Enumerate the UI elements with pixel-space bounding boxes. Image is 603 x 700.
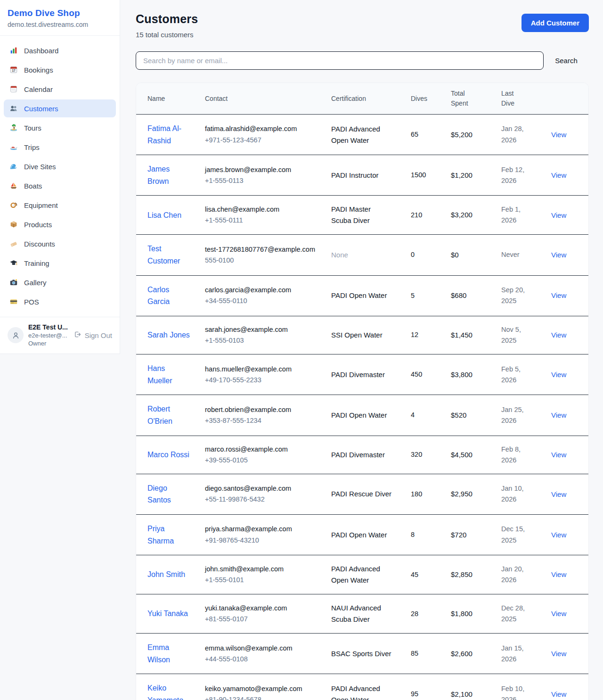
view-customer-link[interactable]: View: [551, 531, 566, 539]
sidebar-item-products[interactable]: Products: [4, 215, 116, 233]
customer-name-link[interactable]: Sarah Jones: [147, 329, 190, 341]
signout-icon: [73, 330, 81, 340]
sidebar-item-pos[interactable]: POS: [4, 293, 116, 311]
customer-total-spent: $680: [451, 275, 501, 316]
sidebar-item-calendar[interactable]: Calendar: [4, 80, 116, 98]
add-customer-button[interactable]: Add Customer: [522, 14, 589, 32]
customer-last-dive: Dec 15, 2025: [501, 515, 551, 555]
column-header-contact: Contact: [205, 83, 331, 115]
sign-out-button[interactable]: Sign Out: [73, 330, 112, 340]
view-customer-link[interactable]: View: [551, 331, 566, 339]
table-row: Test Customer test-1772681807767@example…: [136, 235, 589, 275]
customer-last-dive: Never: [501, 235, 551, 275]
view-customer-link[interactable]: View: [551, 650, 566, 658]
customer-dives: 28: [411, 594, 451, 634]
customer-phone: +44-555-0108: [205, 654, 318, 665]
view-customer-link[interactable]: View: [551, 411, 566, 419]
customer-phone: +81-555-0107: [205, 614, 318, 625]
customer-certification: SSI Open Water: [331, 316, 411, 354]
table-header-row: NameContactCertificationDivesTotal Spent…: [136, 83, 589, 115]
customer-dives: 5: [411, 275, 451, 316]
training-icon: [9, 259, 18, 267]
discounts-icon: [9, 239, 18, 248]
customer-email: robert.obrien@example.com: [205, 404, 318, 415]
table-row: Fatima Al-Rashid fatima.alrashid@example…: [136, 115, 589, 155]
customer-last-dive: Feb 12, 2026: [501, 155, 551, 196]
dive-sites-icon: [9, 162, 18, 171]
customer-email: sarah.jones@example.com: [205, 324, 318, 335]
customer-email: priya.sharma@example.com: [205, 524, 318, 535]
customer-certification: PADI Advanced Open Water: [331, 674, 411, 700]
customer-dives: 95: [411, 674, 451, 700]
sidebar-item-bookings[interactable]: 17 Bookings: [4, 61, 116, 79]
customer-certification: PADI Advanced Open Water: [331, 115, 411, 155]
customer-total-spent: $2,850: [451, 555, 501, 594]
sidebar-item-customers[interactable]: Customers: [4, 99, 116, 117]
customer-total-spent: $3,800: [451, 354, 501, 395]
customer-email: hans.mueller@example.com: [205, 364, 318, 375]
customer-total-spent: $2,100: [451, 674, 501, 700]
customer-name-link[interactable]: Test Customer: [147, 243, 191, 267]
view-customer-link[interactable]: View: [551, 131, 566, 139]
sidebar-item-label: Equipment: [24, 201, 58, 209]
sidebar-item-label: Customers: [24, 105, 58, 113]
customer-name-link[interactable]: Robert O'Brien: [147, 403, 191, 427]
customer-name-link[interactable]: Marco Rossi: [147, 449, 189, 461]
view-customer-link[interactable]: View: [551, 609, 566, 618]
user-role: Owner: [28, 340, 68, 347]
view-customer-link[interactable]: View: [551, 211, 566, 219]
sidebar-item-discounts[interactable]: Discounts: [4, 235, 116, 253]
view-customer-link[interactable]: View: [551, 251, 566, 259]
customer-phone: +1-555-0101: [205, 575, 318, 585]
view-customer-link[interactable]: View: [551, 490, 566, 498]
table-row: Lisa Chen lisa.chen@example.com +1-555-0…: [136, 196, 589, 235]
customer-name-link[interactable]: Priya Sharma: [147, 523, 191, 547]
customer-phone: +1-555-0103: [205, 335, 318, 346]
customer-name-link[interactable]: Fatima Al-Rashid: [147, 123, 191, 147]
customer-name-link[interactable]: Carlos Garcia: [147, 284, 191, 308]
customer-name-link[interactable]: Keiko Yamamoto: [147, 682, 191, 700]
customer-name-link[interactable]: Hans Mueller: [147, 362, 191, 387]
view-customer-link[interactable]: View: [551, 690, 566, 698]
search-input[interactable]: [136, 51, 544, 70]
customer-certification: PADI Divemaster: [331, 354, 411, 395]
customer-total-spent: $2,950: [451, 474, 501, 514]
sidebar-item-label: Training: [24, 259, 49, 267]
sidebar-item-training[interactable]: Training: [4, 254, 116, 272]
sidebar-item-dive-sites[interactable]: Dive Sites: [4, 157, 116, 175]
table-row: Robert O'Brien robert.obrien@example.com…: [136, 395, 589, 436]
view-customer-link[interactable]: View: [551, 570, 566, 578]
search-button[interactable]: Search: [544, 57, 589, 65]
sidebar-item-gallery[interactable]: Gallery: [4, 273, 116, 291]
sidebar-item-boats[interactable]: Boats: [4, 177, 116, 195]
user-email: e2e-tester@...: [28, 332, 68, 339]
sidebar-item-dashboard[interactable]: Dashboard: [4, 41, 116, 59]
sidebar-item-tours[interactable]: Tours: [4, 119, 116, 137]
main-content: Customers 15 total customers Add Custome…: [120, 0, 603, 700]
sidebar-nav: Dashboard 17 Bookings Calendar Customers…: [0, 36, 120, 317]
customer-name-link[interactable]: John Smith: [147, 568, 185, 581]
customer-name-link[interactable]: Emma Wilson: [147, 642, 191, 666]
customer-total-spent: $0: [451, 235, 501, 275]
customer-name-link[interactable]: James Brown: [147, 163, 191, 187]
view-customer-link[interactable]: View: [551, 171, 566, 179]
customer-dives: 12: [411, 316, 451, 354]
column-header-dives: Dives: [411, 83, 451, 115]
view-customer-link[interactable]: View: [551, 371, 566, 379]
sidebar-item-label: Gallery: [24, 279, 47, 287]
customer-last-dive: Sep 20, 2025: [501, 275, 551, 316]
shop-header: Demo Dive Shop demo.test.divestreams.com: [0, 0, 120, 36]
view-customer-link[interactable]: View: [551, 291, 566, 299]
customer-name-link[interactable]: Diego Santos: [147, 482, 191, 506]
bookings-icon: 17: [9, 66, 18, 74]
table-row: Yuki Tanaka yuki.tanaka@example.com +81-…: [136, 594, 589, 634]
sidebar-item-trips[interactable]: Trips: [4, 138, 116, 156]
table-row: John Smith john.smith@example.com +1-555…: [136, 555, 589, 594]
customer-total-spent: $4,500: [451, 436, 501, 474]
sidebar-item-equipment[interactable]: Equipment: [4, 196, 116, 214]
customer-name-link[interactable]: Lisa Chen: [147, 209, 181, 222]
search-bar: Search: [136, 51, 589, 70]
customer-name-link[interactable]: Yuki Tanaka: [147, 608, 188, 620]
customer-last-dive: Feb 10, 2026: [501, 674, 551, 700]
view-customer-link[interactable]: View: [551, 451, 566, 459]
